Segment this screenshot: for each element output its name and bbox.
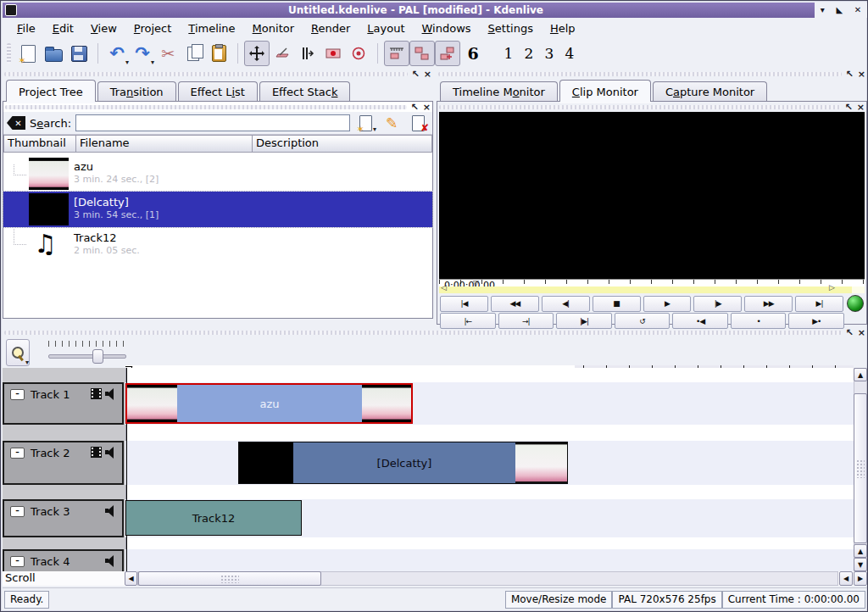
scroll-up-button-2[interactable]: ▲ — [854, 544, 867, 558]
dock-grip[interactable] — [5, 105, 407, 109]
loop-zone-button[interactable]: ↺ — [615, 313, 670, 329]
collapse-track-button[interactable]: – — [10, 448, 25, 459]
layout-2-button[interactable]: 2 — [519, 45, 539, 62]
hscroll-right-button[interactable]: ▶ — [854, 571, 867, 586]
delete-clip-button[interactable]: ✘ — [407, 114, 429, 132]
undo-button[interactable]: ↶▾ — [104, 41, 130, 66]
hscroll-left-button-2[interactable]: ◀ — [839, 571, 853, 586]
play-button[interactable]: ▶ — [643, 296, 692, 312]
tab-transition[interactable]: Transition — [97, 81, 176, 102]
monitor-zone-bar[interactable]: ◁ ▷ — [439, 287, 865, 293]
video-track-icon[interactable] — [91, 388, 102, 399]
menu-windows[interactable]: Windows — [415, 20, 479, 36]
stop-button[interactable]: ■ — [593, 296, 641, 312]
dock-grip[interactable] — [4, 72, 408, 76]
clear-search-button[interactable]: ✕ — [7, 116, 25, 130]
vertical-scroll-thumb[interactable] — [854, 393, 867, 543]
go-to-start-button[interactable]: |◀ — [440, 296, 488, 312]
search-input[interactable] — [75, 114, 350, 131]
add-marker-button[interactable]: • — [731, 313, 787, 329]
menu-monitor[interactable]: Monitor — [245, 20, 302, 36]
shade-button[interactable]: ▾ — [821, 6, 825, 14]
frame-forward-button[interactable]: |▶ — [693, 296, 742, 312]
monitor-dock-handle[interactable]: ↖ × — [438, 70, 865, 78]
speaker-icon[interactable] — [105, 447, 117, 458]
menu-file[interactable]: File — [9, 20, 43, 36]
track-4-lane[interactable] — [125, 549, 854, 571]
zone-end-button[interactable]: →| — [498, 313, 554, 329]
collapse-track-button[interactable]: – — [10, 506, 25, 517]
track-1-header[interactable]: – Track 1 — [3, 382, 124, 425]
menu-help[interactable]: Help — [542, 20, 583, 36]
speaker-icon[interactable] — [105, 388, 117, 399]
zone-start-button[interactable]: |← — [440, 313, 496, 329]
scroll-up-button[interactable]: ▲ — [854, 368, 867, 381]
previous-marker-button[interactable]: •◀ — [672, 313, 728, 329]
snap-to-clips-toggle[interactable] — [409, 41, 435, 66]
dock-grip[interactable] — [438, 72, 842, 76]
show-clip-markers-toggle[interactable] — [435, 41, 460, 66]
open-project-button[interactable] — [41, 41, 66, 66]
frame-back-button[interactable]: ◀| — [542, 296, 590, 312]
monitor-ruler[interactable]: 0:00:00.00 ▽ — [439, 279, 865, 287]
zone-start-marker[interactable]: ◁ — [441, 284, 447, 292]
column-filename[interactable]: Filename — [76, 135, 253, 153]
dock-float-icon[interactable]: ↖ — [411, 103, 419, 112]
rewind-button[interactable]: ◀◀ — [491, 296, 539, 312]
dock-float-icon[interactable]: ↖ — [846, 328, 854, 337]
dock-close-icon[interactable]: × — [423, 103, 431, 112]
video-track-icon[interactable] — [91, 447, 102, 458]
fit-zoom-button[interactable]: 6 — [460, 41, 486, 66]
move-tool-button[interactable] — [244, 41, 270, 66]
dock-float-icon[interactable]: ↖ — [846, 70, 854, 79]
timeline-clip-track12[interactable]: Track12 — [125, 500, 302, 536]
column-thumbnail[interactable]: Thumbnail — [3, 135, 76, 153]
project-dock-handle[interactable]: ↖ × — [4, 70, 431, 78]
add-clip-button[interactable]: ✶▾ — [354, 114, 376, 132]
copy-button[interactable] — [181, 41, 206, 66]
menu-view[interactable]: View — [83, 20, 125, 36]
go-to-end-button[interactable]: ▶| — [795, 296, 843, 312]
clip-row-track12[interactable]: ♫ Track12 2 min. 05 sec. — [3, 227, 432, 263]
menu-timeline[interactable]: Timeline — [181, 20, 242, 36]
dock-close-icon[interactable]: × — [857, 103, 865, 112]
zoom-slider-handle[interactable] — [92, 349, 103, 364]
monitor-video-area[interactable] — [439, 112, 865, 279]
record-button[interactable] — [346, 41, 371, 66]
timeline-zoom-button[interactable]: ▾ — [6, 339, 30, 366]
clip-row-delcatty[interactable]: [Delcatty] 3 min. 54 sec., [1] — [3, 192, 432, 227]
collapse-track-button[interactable]: – — [10, 389, 25, 400]
track-4-header[interactable]: – Track 4 — [3, 549, 124, 571]
column-description[interactable]: Description — [253, 135, 432, 153]
dock-grip[interactable] — [4, 331, 842, 335]
monitor-inner-handle[interactable]: ↖ × — [439, 103, 865, 111]
play-zone-button[interactable]: |▶| — [556, 313, 612, 329]
collapse-track-button[interactable]: – — [10, 556, 25, 567]
spacer-tool-button[interactable] — [295, 41, 320, 66]
fast-forward-button[interactable]: ▶▶ — [744, 296, 793, 312]
show-ruler-marks-toggle[interactable] — [384, 41, 409, 66]
horizontal-scroll-thumb[interactable] — [138, 571, 321, 586]
zoom-slider-groove[interactable] — [48, 354, 126, 359]
layout-3-button[interactable]: 3 — [539, 45, 559, 62]
edit-clip-button[interactable]: ✎ — [381, 114, 403, 132]
menu-project[interactable]: Project — [126, 20, 180, 36]
dock-close-icon[interactable]: × — [858, 328, 865, 337]
paste-button[interactable] — [206, 41, 231, 66]
new-project-button[interactable]: ✶ — [15, 41, 41, 66]
menu-settings[interactable]: Settings — [481, 20, 541, 36]
toolbar-handle[interactable] — [7, 43, 11, 64]
project-tree-inner-handle[interactable]: ↖ × — [5, 103, 431, 111]
marker-button[interactable] — [320, 41, 346, 66]
tab-clip-monitor[interactable]: Clip Monitor — [559, 80, 651, 102]
redo-button[interactable]: ↷▾ — [130, 41, 155, 66]
speaker-icon[interactable] — [105, 555, 117, 566]
razor-tool-button[interactable] — [270, 41, 295, 66]
menu-render[interactable]: Render — [303, 20, 358, 36]
tab-effect-stack[interactable]: Effect Stack — [259, 81, 351, 102]
scroll-down-button[interactable]: ▼ — [854, 558, 867, 571]
zone-end-marker[interactable]: ▷ — [829, 284, 835, 292]
timeline-clip-delcatty[interactable]: [Delcatty] — [238, 442, 568, 484]
tab-capture-monitor[interactable]: Capture Monitor — [653, 81, 767, 102]
menu-layout[interactable]: Layout — [359, 20, 412, 36]
